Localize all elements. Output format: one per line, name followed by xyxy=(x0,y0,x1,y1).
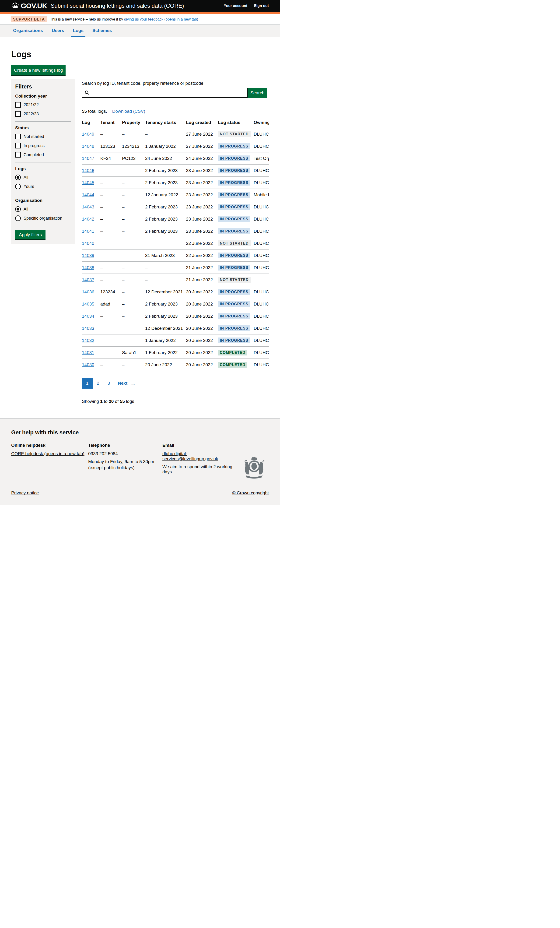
sign-out-link[interactable]: Sign out xyxy=(254,4,269,8)
radio-label: Yours xyxy=(24,184,34,189)
radio-organisation-all[interactable] xyxy=(15,206,21,212)
table-row: 14049 – – – 27 June 2022 Not started DLU… xyxy=(82,128,269,140)
property-cell: – xyxy=(122,165,145,177)
phase-banner-text-static: This is a new service – help us improve … xyxy=(50,17,124,21)
status-badge: In progress xyxy=(218,337,250,343)
govuk-header: GOV.UK Submit social housing lettings an… xyxy=(0,0,280,14)
log-id-link[interactable]: 14045 xyxy=(82,180,94,185)
log-id-link[interactable]: 14039 xyxy=(82,253,94,258)
search-button[interactable]: Search xyxy=(247,88,267,98)
log-id-link[interactable]: 14044 xyxy=(82,192,94,197)
feedback-link[interactable]: giving us your feedback (opens in a new … xyxy=(124,17,198,21)
checkbox-not-started[interactable] xyxy=(15,134,21,139)
nav-item-logs[interactable]: Logs xyxy=(71,25,85,37)
table-row: 14030 – – 20 June 2022 20 June 2022 Comp… xyxy=(82,359,269,371)
log-id-link[interactable]: 14043 xyxy=(82,205,94,209)
log-id-link[interactable]: 14030 xyxy=(82,362,94,367)
log-id-link[interactable]: 14048 xyxy=(82,144,94,149)
log-id-link[interactable]: 14047 xyxy=(82,156,94,161)
log-id-link[interactable]: 14035 xyxy=(82,302,94,307)
column-header-property: Property xyxy=(122,117,145,128)
status-badge: In progress xyxy=(218,143,250,149)
status-badge: In progress xyxy=(218,228,250,234)
log-id-link[interactable]: 14032 xyxy=(82,338,94,343)
showing-summary: Showing 1 to 20 of 55 logs xyxy=(82,399,269,404)
search-input[interactable] xyxy=(82,88,247,98)
pagination-next-link[interactable]: Next xyxy=(118,381,127,386)
owning-organisation-cell: DLUHC Test xyxy=(253,322,269,334)
footer-subheading-email: Email xyxy=(162,443,240,448)
tenancy-starts-cell: 1 January 2022 xyxy=(145,334,186,346)
log-id-link[interactable]: 14036 xyxy=(82,289,94,294)
footer-column-online-helpdesk: Online helpdesk CORE helpdesk (opens in … xyxy=(11,443,88,475)
govuk-logo-link[interactable]: GOV.UK xyxy=(11,2,47,10)
privacy-notice-link[interactable]: Privacy notice xyxy=(11,490,39,496)
tenant-cell: 123123 xyxy=(100,140,122,153)
status-badge: Not started xyxy=(218,240,250,246)
tenant-cell: KF24 xyxy=(100,153,122,165)
checkbox-in-progress[interactable] xyxy=(15,143,21,148)
filter-heading-logs: Logs xyxy=(15,166,71,171)
checkbox-option-2022-23: 2022/23 xyxy=(15,111,71,117)
log-id-link[interactable]: 14049 xyxy=(82,132,94,137)
log-created-cell: 20 June 2022 xyxy=(186,286,218,298)
pagination-page-2[interactable]: 2 xyxy=(93,378,103,389)
tenancy-starts-cell: 31 March 2023 xyxy=(145,249,186,262)
radio-specific-organisation[interactable] xyxy=(15,215,21,221)
log-id-link[interactable]: 14038 xyxy=(82,265,94,270)
log-created-cell: 23 June 2022 xyxy=(186,177,218,189)
tenant-cell: – xyxy=(100,237,122,249)
core-helpdesk-link[interactable]: CORE helpdesk (opens in a new tab) xyxy=(11,451,84,456)
status-badge: In progress xyxy=(218,313,250,319)
log-id-link[interactable]: 14033 xyxy=(82,326,94,331)
tenancy-starts-cell: 20 June 2022 xyxy=(145,359,186,371)
service-name-link[interactable]: Submit social housing lettings and sales… xyxy=(51,3,184,9)
right-arrow-icon: → xyxy=(130,380,136,386)
royal-coat-of-arms xyxy=(240,455,269,480)
radio-option-specific-organisation: Specific organisation xyxy=(15,215,71,221)
showing-total: 55 xyxy=(120,399,125,404)
footer-heading: Get help with this service xyxy=(11,429,269,436)
tenant-cell: – xyxy=(100,262,122,274)
table-row: 14038 – – – 21 June 2022 In progress DLU… xyxy=(82,262,269,274)
tenant-cell: – xyxy=(100,128,122,140)
property-cell: – xyxy=(122,310,145,322)
filter-divider xyxy=(15,194,71,194)
log-id-link[interactable]: 14031 xyxy=(82,350,94,355)
log-id-link[interactable]: 14042 xyxy=(82,217,94,221)
tenancy-starts-cell: – xyxy=(145,128,186,140)
nav-item-schemes[interactable]: Schemes xyxy=(90,25,114,37)
log-id-link[interactable]: 14041 xyxy=(82,229,94,234)
property-cell: – xyxy=(122,237,145,249)
status-badge: In progress xyxy=(218,156,250,161)
crown-copyright-link[interactable]: © Crown copyright xyxy=(232,490,269,496)
log-id-link[interactable]: 14040 xyxy=(82,241,94,246)
email-link[interactable]: dluhc.digital-services@levellingup.gov.u… xyxy=(162,451,218,461)
checkbox-option-in-progress: In progress xyxy=(15,143,71,148)
your-account-link[interactable]: Your account xyxy=(224,4,247,8)
create-lettings-log-button[interactable]: Create a new lettings log xyxy=(11,66,66,75)
nav-item-organisations[interactable]: Organisations xyxy=(11,25,45,37)
apply-filters-button[interactable]: Apply filters xyxy=(15,230,46,239)
nav-item-users[interactable]: Users xyxy=(50,25,66,37)
log-id-link[interactable]: 14034 xyxy=(82,314,94,319)
checkbox-2022-23[interactable] xyxy=(15,111,21,117)
status-badge: Not started xyxy=(218,131,250,137)
log-id-link[interactable]: 14037 xyxy=(82,277,94,282)
radio-logs-all[interactable] xyxy=(15,175,21,180)
tenant-cell: – xyxy=(100,310,122,322)
checkbox-2021-22[interactable] xyxy=(15,102,21,108)
pagination-page-3[interactable]: 3 xyxy=(103,378,114,389)
tenancy-starts-cell: 1 January 2022 xyxy=(145,140,186,153)
download-csv-link[interactable]: Download (CSV) xyxy=(112,109,145,114)
log-created-cell: 21 June 2022 xyxy=(186,274,218,286)
checkbox-completed[interactable] xyxy=(15,152,21,157)
pagination: 1 2 3 Next → xyxy=(82,378,269,389)
tenancy-starts-cell: 2 February 2023 xyxy=(145,165,186,177)
pagination-page-1[interactable]: 1 xyxy=(82,378,93,389)
checkbox-option-completed: Completed xyxy=(15,152,71,157)
radio-logs-yours[interactable] xyxy=(15,184,21,189)
log-id-link[interactable]: 14046 xyxy=(82,168,94,173)
property-cell: PC123 xyxy=(122,153,145,165)
property-cell: – xyxy=(122,298,145,310)
